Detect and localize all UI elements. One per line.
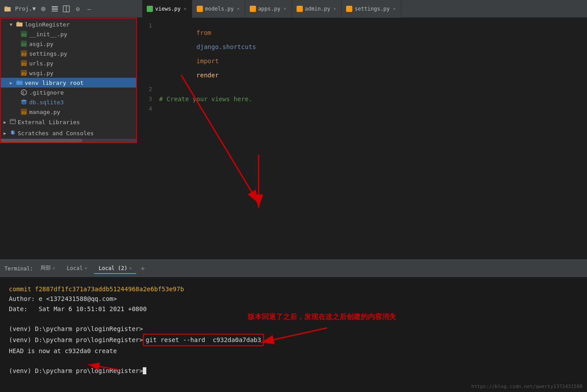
space3: [196, 65, 200, 72]
svg-text:py: py: [22, 42, 27, 46]
ext-chevron-icon: [4, 120, 9, 125]
tab-views-close[interactable]: ✕: [183, 6, 187, 11]
py-file-icon4: py: [20, 60, 27, 67]
svg-text:g: g: [22, 91, 24, 95]
term-jubu-label: 局部: [40, 264, 51, 272]
tab-models[interactable]: models.py ✕: [192, 0, 245, 18]
manage-file-icon: py: [20, 108, 27, 115]
terminal-header: Terminal: 局部 ✕ Local ✕ Local (2) ✕ +: [0, 259, 587, 277]
venv-folder-icon: [16, 79, 23, 86]
terminal-cursor: [143, 367, 146, 374]
code-line-4: 4: [137, 105, 587, 115]
terminal-commit-line: commit f2887df1fc371a73addb51244968a2e6b…: [9, 284, 578, 294]
chevron-right-icon: [10, 80, 15, 85]
space1: [196, 36, 200, 43]
code-line-1: 1 from django.shortcuts import render: [137, 22, 587, 86]
func-render: render: [196, 72, 219, 79]
top-bar-left: Proj.▼ ⊕ ⚙ —: [4, 5, 141, 13]
settings-icon[interactable]: ⚙: [74, 5, 82, 13]
sidebar-item-scratches[interactable]: S Scratches and Consoles: [1, 128, 136, 139]
sidebar-item-loginregister[interactable]: loginRegister: [1, 19, 136, 29]
term-tab-local[interactable]: Local ✕: [62, 263, 91, 274]
scratches-label: Scratches and Consoles: [18, 130, 94, 137]
top-bar: Proj.▼ ⊕ ⚙ — views.py: [0, 0, 587, 18]
line-num-3: 3: [137, 95, 159, 102]
tab-models-close[interactable]: ✕: [236, 6, 240, 11]
term-add-icon[interactable]: +: [141, 264, 145, 273]
term-jubu-close[interactable]: ✕: [53, 266, 55, 270]
sidebar-item-wsgi[interactable]: py wsgi.py: [1, 68, 136, 78]
py-file-icon2: py: [20, 40, 27, 47]
terminal-empty2: [9, 356, 578, 366]
git-reset-command: git reset --hard c932da0a7dab3: [143, 334, 263, 346]
folder-open-icon: [16, 21, 23, 28]
sidebar-container: loginRegister py __init__.py: [0, 18, 137, 259]
tab-models-label: models.py: [205, 6, 234, 12]
gitignore-label: .gitignore: [29, 89, 64, 96]
split-icon[interactable]: [62, 5, 70, 13]
sidebar-item-db[interactable]: db.sqlite3: [1, 97, 136, 107]
project-label[interactable]: Proj.▼: [15, 5, 36, 12]
watermark: https://blog.csdn.net/qwerty1372431588: [471, 384, 583, 389]
term-local2-label: Local (2): [99, 265, 127, 271]
py-file-icon5: py: [20, 69, 27, 76]
tab-admin-label: admin.py: [305, 6, 331, 12]
term-local-close[interactable]: ✕: [84, 266, 87, 270]
terminal-date-line: Date: Sat Mar 6 10:51:01 2021 +0800: [9, 304, 578, 314]
external-libraries-label: External Libraries: [18, 119, 80, 126]
tab-apps-close[interactable]: ✕: [282, 6, 287, 11]
init-label: __init__.py: [29, 31, 67, 38]
urls-label: urls.py: [29, 60, 53, 67]
scratches-icon: S: [10, 129, 16, 137]
sidebar-item-asgi[interactable]: py asgi.py: [1, 39, 136, 49]
svg-text:py: py: [22, 110, 27, 114]
line-content-1[interactable]: from django.shortcuts import render: [159, 22, 256, 86]
term-local-label: Local: [67, 265, 83, 271]
ext-libs-icon: [10, 118, 16, 126]
tab-admin[interactable]: admin.py ✕: [292, 0, 342, 18]
code-line-2: 2: [137, 86, 587, 95]
layout-icon[interactable]: [51, 5, 59, 13]
settings-py-label: settings.py: [29, 50, 67, 57]
sidebar-item-venv[interactable]: venv library root: [1, 78, 136, 88]
line-num-2: 2: [137, 86, 159, 92]
tab-apps[interactable]: apps.py ✕: [245, 0, 292, 18]
apps-file-icon: [250, 6, 256, 12]
sidebar-item-init[interactable]: py __init__.py: [1, 29, 136, 39]
terminal-cmd-line: (venv) D:\pycharm pro\loginRegister>git …: [9, 334, 578, 346]
term-tab-local-jubu[interactable]: 局部 ✕: [36, 263, 60, 274]
sidebar-scrollbar[interactable]: [1, 139, 136, 142]
line-content-2: [159, 86, 163, 93]
loginregister-label: loginRegister: [25, 21, 70, 28]
term-tab-local2[interactable]: Local (2) ✕: [94, 263, 136, 274]
minimize-icon[interactable]: —: [85, 5, 93, 13]
sidebar-item-settings-py[interactable]: py settings.py: [1, 49, 136, 58]
svg-text:py: py: [22, 71, 27, 76]
tab-admin-close[interactable]: ✕: [332, 6, 337, 11]
sidebar-item-external[interactable]: External Libraries: [1, 117, 136, 128]
svg-text:py: py: [22, 52, 27, 56]
venv-label: venv library root: [25, 80, 84, 86]
sidebar-item-urls[interactable]: py urls.py: [1, 58, 136, 68]
admin-file-icon: [297, 6, 303, 12]
scratches-chevron-icon: [4, 131, 9, 136]
terminal-label: Terminal:: [4, 266, 33, 272]
tab-settings-close[interactable]: ✕: [392, 6, 396, 11]
svg-rect-2: [52, 8, 58, 10]
term-local2-close[interactable]: ✕: [129, 266, 132, 270]
svg-text:py: py: [22, 61, 27, 66]
sidebar-item-gitignore[interactable]: g .gitignore: [1, 88, 136, 97]
terminal-body[interactable]: commit f2887df1fc371a73addb51244968a2e6b…: [0, 277, 587, 392]
py-file-icon3: py: [20, 50, 27, 57]
py-file-icon: py: [20, 30, 27, 38]
tab-views[interactable]: views.py ✕: [142, 0, 192, 18]
svg-text:S: S: [11, 131, 14, 135]
line-num-4: 4: [137, 105, 159, 112]
tab-settings[interactable]: settings.py ✕: [342, 0, 401, 18]
svg-rect-1: [52, 6, 58, 8]
kw-import: import: [196, 57, 219, 65]
add-icon[interactable]: ⊕: [39, 5, 47, 13]
sidebar-item-manage[interactable]: py manage.py: [1, 107, 136, 117]
code-line-3: 3 # Create your views here.: [137, 95, 587, 105]
terminal-empty1: [9, 314, 578, 323]
